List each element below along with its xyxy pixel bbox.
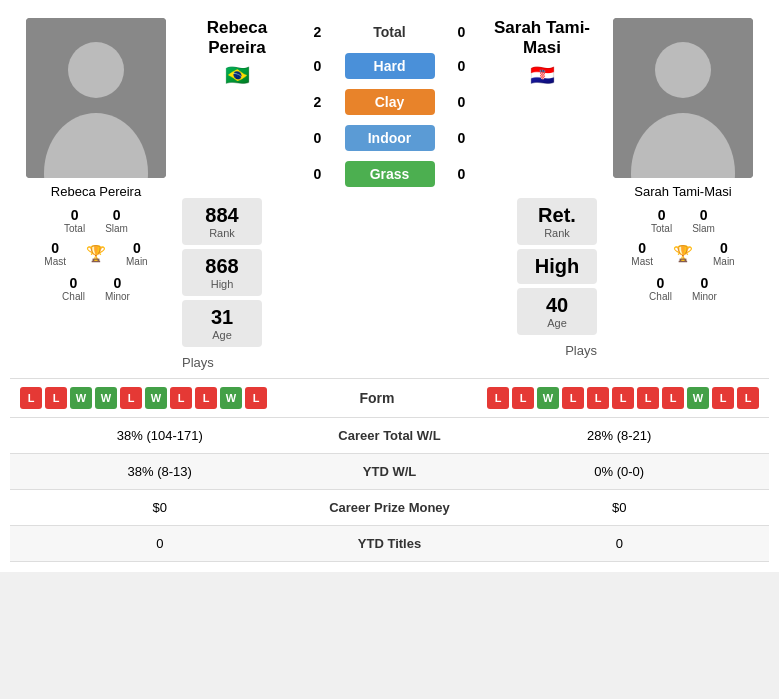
left-rank-lbl: Rank [192,227,252,239]
clay-badge: Clay [345,89,435,115]
grass-left-score: 0 [303,166,333,182]
stats-cols-row: 884 Rank 868 High 31 Age Plays [182,198,597,370]
indoor-row: 0 Indoor 0 [298,125,481,151]
left-player-avatar [26,18,166,178]
left-age-box: 31 Age [182,300,262,347]
form-badge-l: L [662,387,684,409]
right-chall-val: 0 [657,275,665,291]
right-slam-lbl: Slam [692,223,715,234]
career-left-1: 38% (8-13) [30,464,290,479]
right-main-stat: 0 Main [713,240,735,267]
right-trophy-icon: 🏆 [673,244,693,263]
left-name-block: Rebeca Pereira 🇧🇷 [182,18,292,87]
form-badge-l: L [45,387,67,409]
career-left-3: 0 [30,536,290,551]
indoor-badge: Indoor [345,125,435,151]
left-player-stats-row1: 0 Total 0 Slam [64,207,128,234]
form-label: Form [337,390,417,406]
hard-badge: Hard [345,53,435,79]
hard-left-score: 0 [303,58,333,74]
right-age-box: 40 Age [517,288,597,335]
form-badge-w: W [220,387,242,409]
form-badge-w: W [95,387,117,409]
right-form-badges: LLWLLLLLWLL [487,387,759,409]
right-age-lbl: Age [527,317,587,329]
career-stats-row-3: 0 YTD Titles 0 [10,526,769,562]
right-rank-val: Ret. [527,204,587,227]
right-total-val: 0 [658,207,666,223]
form-badge-l: L [587,387,609,409]
right-minor-lbl: Minor [692,291,717,302]
left-player-stats-row2: 0 Mast 🏆 0 Main [44,240,147,267]
form-section: LLWWLWLLWL Form LLWLLLLLWLL [10,378,769,417]
career-stats-section: 38% (104-171) Career Total W/L 28% (8-21… [10,417,769,562]
left-main-stat: 0 Main [126,240,148,267]
left-age-lbl: Age [192,329,252,341]
right-mast-stat: 0 Mast [631,240,653,267]
career-left-0: 38% (104-171) [30,428,290,443]
form-badge-l: L [170,387,192,409]
career-right-3: 0 [490,536,750,551]
right-plays-label: Plays [565,343,597,358]
form-badge-l: L [712,387,734,409]
left-chall-val: 0 [70,275,78,291]
left-player-section: Rebeca Pereira 0 Total 0 Slam 0 Mast 🏆 [16,18,176,302]
right-minor-stat: 0 Minor [692,275,717,302]
right-player-stats-row1: 0 Total 0 Slam [651,207,715,234]
indoor-right-score: 0 [447,130,477,146]
right-chall-stat: 0 Chall [649,275,672,302]
left-mast-stat: 0 Mast [44,240,66,267]
left-minor-val: 0 [114,275,122,291]
form-badge-l: L [20,387,42,409]
right-total-stat: 0 Total [651,207,672,234]
left-high-box: 868 High [182,249,262,296]
career-right-2: $0 [490,500,750,515]
career-stats-row-1: 38% (8-13) YTD W/L 0% (0-0) [10,454,769,490]
career-right-1: 0% (0-0) [490,464,750,479]
left-high-lbl: High [192,278,252,290]
career-stats-row-0: 38% (104-171) Career Total W/L 28% (8-21… [10,418,769,454]
left-total-lbl: Total [64,223,85,234]
form-badge-w: W [70,387,92,409]
total-row: 2 Total 0 [298,24,481,40]
left-stats-boxes: 884 Rank 868 High 31 Age Plays [182,198,262,370]
left-total-stat: 0 Total [64,207,85,234]
right-name-header: Sarah Tami-Masi [487,18,597,59]
right-player-stats-row3: 0 Chall 0 Minor [649,275,717,302]
career-center-2: Career Prize Money [290,500,490,515]
career-left-2: $0 [30,500,290,515]
form-badge-l: L [562,387,584,409]
right-high-box: High [517,249,597,284]
left-flag: 🇧🇷 [182,63,292,87]
left-age-val: 31 [192,306,252,329]
right-rank-lbl: Rank [527,227,587,239]
total-label: Total [345,24,435,40]
career-center-1: YTD W/L [290,464,490,479]
right-slam-val: 0 [700,207,708,223]
left-mast-lbl: Mast [44,256,66,267]
right-rank-box: Ret. Rank [517,198,597,245]
left-mast-val: 0 [51,240,59,256]
form-badge-l: L [195,387,217,409]
form-badge-l: L [512,387,534,409]
right-chall-lbl: Chall [649,291,672,302]
right-age-val: 40 [527,294,587,317]
surfaces-section: 2 Total 0 0 Hard 0 2 Clay 0 [292,18,487,190]
form-badge-w: W [145,387,167,409]
left-rank-box: 884 Rank [182,198,262,245]
left-rank-val: 884 [192,204,252,227]
right-slam-stat: 0 Slam [692,207,715,234]
form-badge-l: L [487,387,509,409]
grass-right-score: 0 [447,166,477,182]
right-flag: 🇭🇷 [487,63,597,87]
left-minor-stat: 0 Minor [105,275,130,302]
left-main-lbl: Main [126,256,148,267]
left-slam-stat: 0 Slam [105,207,128,234]
career-center-3: YTD Titles [290,536,490,551]
right-high-val: High [527,255,587,278]
right-player-name: Sarah Tami-Masi [634,184,731,199]
right-main-lbl: Main [713,256,735,267]
right-total-lbl: Total [651,223,672,234]
names-row: Rebeca Pereira 🇧🇷 2 Total 0 0 Hard [182,18,597,190]
top-section: Rebeca Pereira 0 Total 0 Slam 0 Mast 🏆 [10,10,769,378]
